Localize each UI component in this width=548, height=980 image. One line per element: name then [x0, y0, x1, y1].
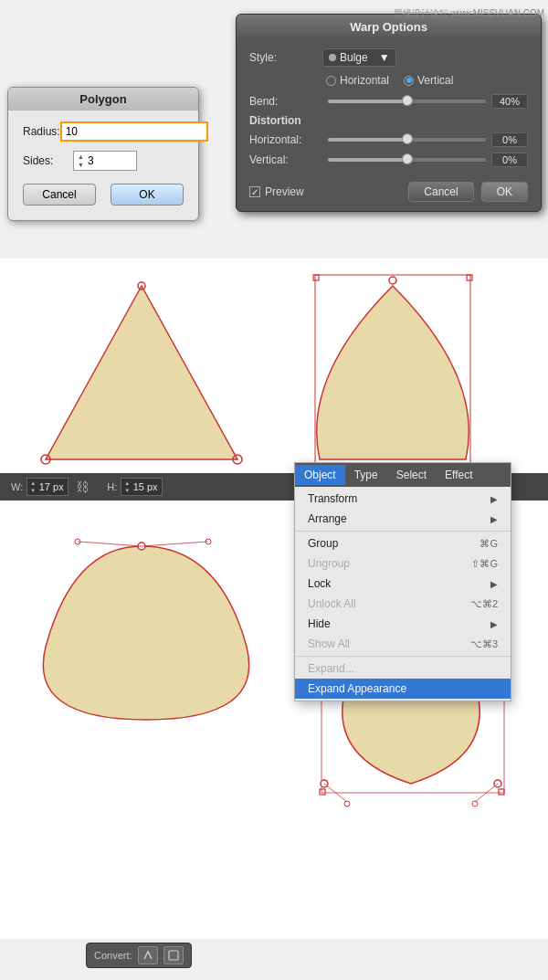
- horizontal-radio-label: Horizontal: [340, 74, 389, 87]
- menu-transform-label: Transform: [308, 492, 357, 505]
- height-field: H: ▲ ▼ 15 px: [107, 478, 163, 496]
- horiz-value: 0%: [491, 132, 528, 147]
- lock-arrow-icon: ▶: [490, 579, 498, 589]
- svg-line-14: [78, 542, 142, 546]
- menu-unlock-all: Unlock All ⌥⌘2: [295, 594, 511, 614]
- preview-label: Preview: [265, 185, 304, 198]
- menu-show-all-label: Show All: [308, 638, 350, 650]
- vert-slider[interactable]: [328, 158, 486, 162]
- horiz-thumb[interactable]: [402, 133, 413, 144]
- menu-group[interactable]: Group ⌘G: [295, 533, 511, 553]
- width-down-arrow[interactable]: ▼: [30, 487, 36, 494]
- warp-style-select[interactable]: Bulge ▼: [322, 48, 396, 67]
- menu-ungroup: Ungroup ⇧⌘G: [295, 553, 511, 574]
- convert-smooth-icon: [167, 949, 180, 962]
- height-down-arrow[interactable]: ▼: [124, 487, 130, 494]
- menu-lock[interactable]: Lock ▶: [295, 574, 511, 594]
- sides-label: Sides:: [23, 154, 73, 167]
- warp-ok-button[interactable]: OK: [481, 182, 528, 202]
- bend-value: 40%: [491, 94, 528, 109]
- vertical-radio[interactable]: Vertical: [404, 74, 453, 87]
- sides-spinner[interactable]: ▲ ▼ 3: [73, 151, 137, 171]
- polygon-ok-button[interactable]: OK: [111, 184, 184, 205]
- transform-arrow-icon: ▶: [490, 494, 498, 504]
- bend-slider[interactable]: [328, 100, 486, 103]
- height-spinner[interactable]: ▲ ▼ 15 px: [121, 478, 163, 496]
- height-arrows[interactable]: ▲ ▼: [124, 479, 130, 494]
- menu-bar: Object Type Select Effect Transform ▶ Ar…: [294, 462, 511, 701]
- convert-toolbar: Convert:: [86, 943, 192, 968]
- width-field: W: ▲ ▼ 17 px: [11, 478, 68, 496]
- sides-value: 3: [88, 154, 94, 167]
- menu-expand-label: Expand...: [308, 662, 354, 675]
- vert-fill: [328, 158, 407, 162]
- menu-lock-label: Lock: [308, 577, 331, 590]
- bend-fill: [328, 100, 407, 103]
- horiz-fill: [328, 138, 407, 142]
- polygon-dialog: Polygon Radius: Sides: ▲ ▼ 3 Cancel OK: [7, 87, 199, 221]
- preview-checkbox-row[interactable]: Preview: [249, 185, 304, 198]
- convert-btn-1[interactable]: [138, 946, 158, 964]
- h-label: H:: [107, 481, 117, 492]
- horiz-distort-label: Horizontal:: [249, 133, 322, 146]
- svg-rect-7: [313, 275, 319, 280]
- horizontal-radio[interactable]: Horizontal: [326, 74, 389, 87]
- svg-rect-19: [320, 789, 325, 795]
- distortion-label: Distortion: [249, 114, 528, 127]
- menu-effect[interactable]: Effect: [436, 465, 481, 485]
- polygon-cancel-button[interactable]: Cancel: [23, 184, 96, 205]
- menu-transform[interactable]: Transform ▶: [295, 489, 511, 509]
- svg-line-15: [142, 542, 208, 546]
- svg-rect-8: [467, 275, 472, 280]
- width-spinner[interactable]: ▲ ▼ 17 px: [26, 478, 68, 496]
- separator-1: [295, 531, 511, 532]
- menu-group-label: Group: [308, 537, 338, 550]
- menu-select[interactable]: Select: [387, 465, 436, 485]
- height-up-arrow[interactable]: ▲: [124, 479, 130, 487]
- horizontal-radio-circle: [326, 76, 336, 86]
- vert-thumb[interactable]: [402, 153, 413, 164]
- polygon-dialog-title: Polygon: [8, 88, 198, 111]
- convert-anchor-icon: [142, 949, 154, 962]
- unlock-shortcut: ⌥⌘2: [470, 598, 498, 610]
- menu-expand: Expand...: [295, 659, 511, 679]
- menu-type[interactable]: Type: [345, 465, 387, 485]
- bend-thumb[interactable]: [402, 95, 413, 106]
- menu-arrange-label: Arrange: [308, 512, 347, 525]
- horiz-slider[interactable]: [328, 138, 486, 142]
- svg-rect-32: [169, 951, 178, 960]
- width-arrows[interactable]: ▲ ▼: [30, 479, 36, 494]
- menu-hide-label: Hide: [308, 617, 331, 630]
- radius-label: Radius:: [23, 125, 60, 138]
- w-label: W:: [11, 481, 23, 492]
- group-shortcut: ⌘G: [480, 538, 498, 550]
- menu-ungroup-label: Ungroup: [308, 557, 350, 570]
- show-all-shortcut: ⌥⌘3: [470, 638, 498, 650]
- triangles-svg: [0, 258, 548, 478]
- menu-top-bar: Object Type Select Effect: [295, 463, 511, 487]
- separator-2: [295, 656, 511, 657]
- menu-hide[interactable]: Hide ▶: [295, 614, 511, 634]
- svg-point-6: [389, 277, 396, 284]
- svg-marker-0: [46, 286, 237, 459]
- width-up-arrow[interactable]: ▲: [30, 479, 36, 487]
- ungroup-shortcut: ⇧⌘G: [471, 558, 498, 570]
- preview-checkbox[interactable]: [249, 186, 260, 197]
- menu-expand-appearance[interactable]: Expand Appearance: [295, 679, 511, 699]
- radius-input[interactable]: [60, 121, 208, 142]
- vertical-radio-label: Vertical: [417, 74, 453, 87]
- warp-style-value: Bulge: [340, 51, 368, 64]
- menu-object[interactable]: Object: [295, 465, 345, 485]
- width-value: 17 px: [37, 481, 65, 492]
- convert-btn-2[interactable]: [163, 946, 184, 964]
- menu-arrange[interactable]: Arrange ▶: [295, 509, 511, 529]
- arrange-arrow-icon: ▶: [490, 514, 498, 524]
- canvas-area: [0, 258, 548, 478]
- dropdown-arrow-icon: ▼: [379, 51, 390, 64]
- hide-arrow-icon: ▶: [490, 619, 498, 629]
- vert-distort-label: Vertical:: [249, 153, 322, 166]
- vert-value: 0%: [491, 153, 528, 167]
- menu-unlock-label: Unlock All: [308, 597, 356, 610]
- warp-cancel-button[interactable]: Cancel: [408, 182, 473, 202]
- svg-rect-20: [499, 789, 504, 795]
